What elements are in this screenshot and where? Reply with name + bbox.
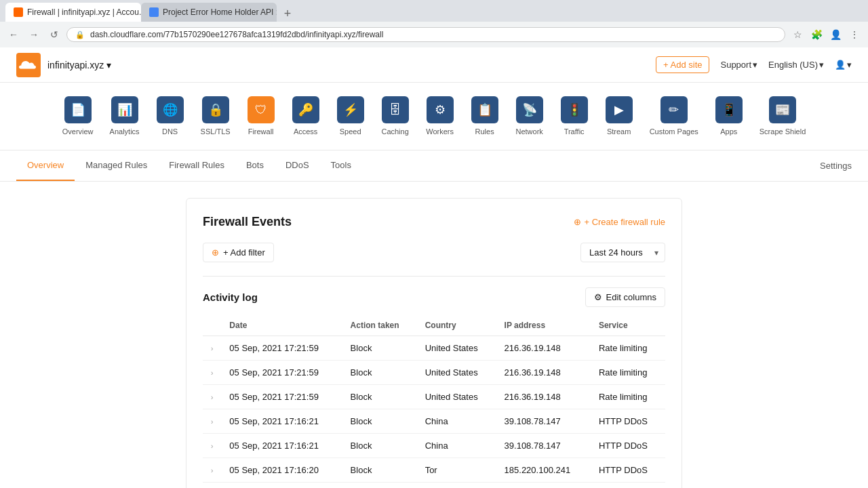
cell-ip: 39.108.78.147 [496, 434, 591, 458]
cell-ip: 216.36.19.148 [496, 336, 591, 361]
nav-label-overview: Overview [62, 127, 94, 136]
nav-item-rules[interactable]: 📋 Rules [464, 91, 506, 142]
language-menu[interactable]: English (US) ▾ [768, 60, 824, 70]
nav-item-access[interactable]: 🔑 Access [285, 91, 327, 142]
nav-item-traffic[interactable]: 🚦 Traffic [553, 91, 595, 142]
settings-link[interactable]: Settings [820, 151, 852, 180]
cf-logo[interactable]: infinityapi.xyz ▾ [16, 53, 111, 77]
table-row[interactable]: › 05 Sep, 2021 17:21:59 Block United Sta… [203, 361, 665, 385]
activity-log-title: Activity log [203, 291, 258, 303]
add-filter-button[interactable]: ⊕ + Add filter [203, 243, 274, 262]
ssl-icon: 🔒 [202, 96, 229, 123]
cell-date: 05 Sep, 2021 17:21:59 [221, 385, 342, 409]
nav-item-speed[interactable]: ⚡ Speed [330, 91, 372, 142]
row-expand-chevron[interactable]: › [203, 336, 221, 361]
create-rule-label: + Create firewall rule [584, 217, 665, 227]
address-text: dash.cloudflare.com/77b1570290ee127678af… [90, 30, 776, 39]
menu-icon[interactable]: ⋮ [846, 26, 863, 43]
nav-item-network[interactable]: 📡 Network [509, 91, 551, 142]
col-date: Date [221, 315, 342, 336]
nav-label-analytics: Analytics [110, 127, 140, 136]
table-row[interactable]: › 05 Sep, 2021 17:16:21 Block China 39.1… [203, 434, 665, 458]
dns-icon: 🌐 [157, 96, 184, 123]
nav-item-analytics[interactable]: 📊 Analytics [103, 91, 146, 142]
reload-button[interactable]: ↺ [46, 26, 62, 43]
table-row[interactable]: › 05 Sep, 2021 17:21:59 Block United Sta… [203, 385, 665, 409]
domain-name: infinityapi.xyz [47, 60, 104, 70]
row-expand-chevron[interactable]: › [203, 434, 221, 458]
nav-label-access: Access [294, 127, 317, 136]
browser-tab-active[interactable]: Firewall | infinityapi.xyz | Accou... ✕ [5, 3, 141, 22]
tab-ddos[interactable]: DDoS [275, 150, 320, 181]
cell-action: Block [342, 409, 417, 434]
nav-label-firewall: Firewall [248, 127, 274, 136]
add-site-button[interactable]: + Add site [656, 56, 709, 73]
time-select-input[interactable]: Last 24 hours Last 48 hours Last 7 days [580, 243, 665, 262]
bookmark-icon[interactable]: ☆ [789, 26, 806, 43]
tab-managed-rules[interactable]: Managed Rules [75, 150, 158, 181]
add-site-label: + Add site [663, 60, 702, 70]
nav-item-dns[interactable]: 🌐 DNS [149, 91, 191, 142]
tab-favicon-2 [149, 7, 159, 17]
firewall-events-card: Firewall Events ⊕ + Create firewall rule… [186, 198, 682, 488]
forward-button[interactable]: → [26, 26, 42, 43]
cell-ip: 216.36.19.148 [496, 361, 591, 385]
address-bar[interactable]: 🔒 dash.cloudflare.com/77b1570290ee127678… [66, 27, 785, 42]
sub-nav-tabs: Overview Managed Rules Firewall Rules Bo… [16, 150, 362, 181]
table-row[interactable]: › 05 Sep, 2021 17:16:17 Block Singapore … [203, 483, 665, 488]
nav-label-ssl: SSL/TLS [201, 127, 231, 136]
user-menu[interactable]: 👤 ▾ [835, 60, 852, 70]
cell-date: 05 Sep, 2021 17:16:21 [221, 434, 342, 458]
nav-item-workers[interactable]: ⚙ Workers [419, 91, 461, 142]
back-button[interactable]: ← [5, 26, 22, 43]
tab-title-2: Project Error Home Holder API :) - Pa... [163, 7, 277, 17]
speed-icon: ⚡ [337, 96, 364, 123]
table-body: › 05 Sep, 2021 17:21:59 Block United Sta… [203, 336, 665, 488]
nav-item-ssl[interactable]: 🔒 SSL/TLS [194, 91, 237, 142]
table-row[interactable]: › 05 Sep, 2021 17:21:59 Block United Sta… [203, 336, 665, 361]
cell-action: Block [342, 434, 417, 458]
tab-firewall-rules[interactable]: Firewall Rules [158, 150, 235, 181]
col-service: Service [591, 315, 665, 336]
row-expand-chevron[interactable]: › [203, 483, 221, 488]
nav-item-stream[interactable]: ▶ Stream [598, 91, 640, 142]
cell-country: Singapore [417, 483, 496, 488]
nav-label-custom-pages: Custom Pages [650, 127, 698, 136]
nav-item-firewall[interactable]: 🛡 Firewall [240, 91, 282, 142]
browser-tab-inactive[interactable]: Project Error Home Holder API :) - Pa...… [141, 3, 277, 22]
cell-service: HTTP DDoS [591, 458, 665, 483]
nav-item-overview[interactable]: 📄 Overview [56, 91, 100, 142]
cell-ip: 39.108.78.147 [496, 409, 591, 434]
cell-date: 05 Sep, 2021 17:16:20 [221, 458, 342, 483]
create-firewall-rule-button[interactable]: ⊕ + Create firewall rule [574, 217, 665, 227]
nav-item-apps[interactable]: 📱 Apps [708, 91, 750, 142]
table-row[interactable]: › 05 Sep, 2021 17:16:20 Block Tor 185.22… [203, 458, 665, 483]
tab-bots[interactable]: Bots [235, 150, 275, 181]
col-expand [203, 315, 221, 336]
extension-icon[interactable]: 🧩 [808, 26, 825, 43]
support-menu[interactable]: Support ▾ [720, 60, 757, 70]
col-action: Action taken [342, 315, 417, 336]
access-icon: 🔑 [292, 96, 319, 123]
domain-selector[interactable]: infinityapi.xyz ▾ [47, 60, 111, 70]
table-row[interactable]: › 05 Sep, 2021 17:16:21 Block China 39.1… [203, 409, 665, 434]
new-tab-button[interactable]: + [279, 5, 296, 22]
nav-item-custom-pages[interactable]: ✏ Custom Pages [643, 91, 705, 142]
row-expand-chevron[interactable]: › [203, 361, 221, 385]
row-expand-chevron[interactable]: › [203, 458, 221, 483]
profile-icon[interactable]: 👤 [827, 26, 844, 43]
filter-row: ⊕ + Add filter Last 24 hours Last 48 hou… [203, 243, 665, 262]
divider [203, 276, 665, 277]
row-expand-chevron[interactable]: › [203, 409, 221, 434]
cell-date: 05 Sep, 2021 17:16:21 [221, 409, 342, 434]
time-filter[interactable]: Last 24 hours Last 48 hours Last 7 days [580, 243, 665, 262]
table-header: Date Action taken Country IP address Ser… [203, 315, 665, 336]
nav-item-scrape-shield[interactable]: 📰 Scrape Shield [753, 91, 813, 142]
chevron-right-icon: › [211, 369, 213, 377]
tab-overview[interactable]: Overview [16, 150, 75, 181]
nav-item-caching[interactable]: 🗄 Caching [374, 91, 416, 142]
nav-label-apps: Apps [720, 127, 737, 136]
tab-tools[interactable]: Tools [320, 150, 362, 181]
edit-columns-button[interactable]: ⚙ Edit columns [585, 287, 665, 307]
row-expand-chevron[interactable]: › [203, 385, 221, 409]
